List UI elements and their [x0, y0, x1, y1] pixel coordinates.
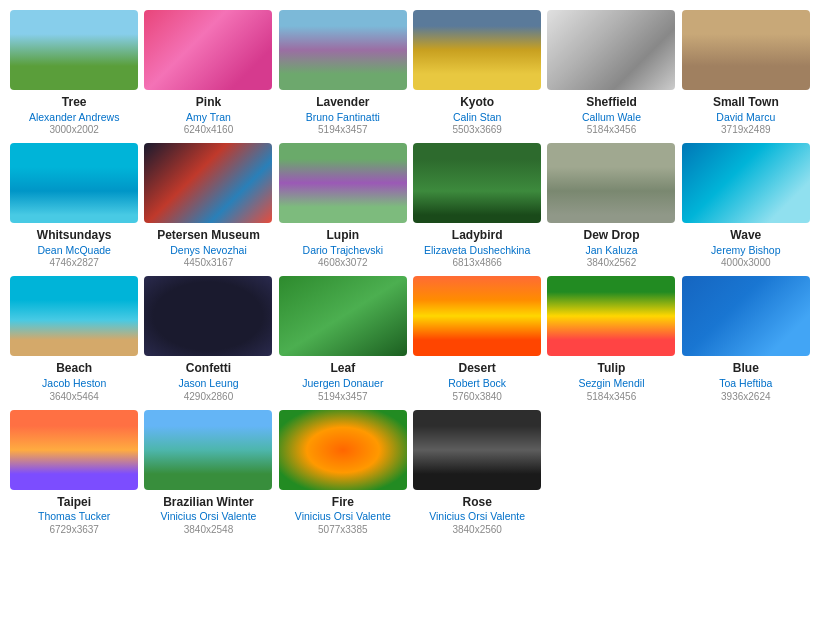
size-kyoto: 5503x3669: [452, 124, 502, 135]
author-tulip[interactable]: Sezgin Mendil: [579, 377, 645, 391]
title-confetti: Confetti: [186, 361, 231, 377]
title-sheffield: Sheffield: [586, 95, 637, 111]
title-leaf: Leaf: [330, 361, 355, 377]
author-rose[interactable]: Vinicius Orsi Valente: [429, 510, 525, 524]
size-tree: 3000x2002: [49, 124, 99, 135]
grid-item-leaf[interactable]: Leaf Juergen Donauer 5194x3457: [279, 276, 407, 401]
size-wave: 4000x3000: [721, 257, 771, 268]
thumbnail-ladybird: [413, 143, 541, 223]
size-blue: 3936x2624: [721, 391, 771, 402]
size-beach: 3640x5464: [49, 391, 99, 402]
size-confetti: 4290x2860: [184, 391, 234, 402]
thumbnail-rose: [413, 410, 541, 490]
size-petersenmuseum: 4450x3167: [184, 257, 234, 268]
title-taipei: Taipei: [57, 495, 91, 511]
author-taipei[interactable]: Thomas Tucker: [38, 510, 110, 524]
title-tree: Tree: [62, 95, 87, 111]
author-tree[interactable]: Alexander Andrews: [29, 111, 119, 125]
thumbnail-lupin: [279, 143, 407, 223]
title-tulip: Tulip: [598, 361, 626, 377]
thumbnail-pink: [144, 10, 272, 90]
size-ladybird: 6813x4866: [452, 257, 502, 268]
grid-item-beach[interactable]: Beach Jacob Heston 3640x5464: [10, 276, 138, 401]
title-desert: Desert: [458, 361, 495, 377]
author-lavender[interactable]: Bruno Fantinatti: [306, 111, 380, 125]
grid-item-kyoto[interactable]: Kyoto Calin Stan 5503x3669: [413, 10, 541, 135]
thumbnail-tulip: [547, 276, 675, 356]
size-sheffield: 5184x3456: [587, 124, 637, 135]
author-lupin[interactable]: Dario Trajchevski: [303, 244, 384, 258]
grid-item-desert[interactable]: Desert Robert Bock 5760x3840: [413, 276, 541, 401]
size-taipei: 6729x3637: [49, 524, 99, 535]
grid-item-petersenmuseum[interactable]: Petersen Museum Denys Nevozhai 4450x3167: [144, 143, 272, 268]
grid-item-fire[interactable]: Fire Vinicius Orsi Valente 5077x3385: [279, 410, 407, 535]
author-smalltown[interactable]: David Marcu: [716, 111, 775, 125]
size-pink: 6240x4160: [184, 124, 234, 135]
grid-item-wave[interactable]: Wave Jeremy Bishop 4000x3000: [682, 143, 810, 268]
author-ladybird[interactable]: Elizaveta Dushechkina: [424, 244, 530, 258]
title-lavender: Lavender: [316, 95, 369, 111]
author-brazilianwinter[interactable]: Vinicius Orsi Valente: [161, 510, 257, 524]
thumbnail-taipei: [10, 410, 138, 490]
grid-item-sheffield[interactable]: Sheffield Callum Wale 5184x3456: [547, 10, 675, 135]
author-wave[interactable]: Jeremy Bishop: [711, 244, 780, 258]
grid-item-whitsundays[interactable]: Whitsundays Dean McQuade 4746x2827: [10, 143, 138, 268]
grid-item-tulip[interactable]: Tulip Sezgin Mendil 5184x3456: [547, 276, 675, 401]
grid-item-ladybird[interactable]: Ladybird Elizaveta Dushechkina 6813x4866: [413, 143, 541, 268]
author-confetti[interactable]: Jason Leung: [178, 377, 238, 391]
grid-item-taipei[interactable]: Taipei Thomas Tucker 6729x3637: [10, 410, 138, 535]
author-whitsundays[interactable]: Dean McQuade: [37, 244, 111, 258]
size-rose: 3840x2560: [452, 524, 502, 535]
author-petersenmuseum[interactable]: Denys Nevozhai: [170, 244, 246, 258]
author-kyoto[interactable]: Calin Stan: [453, 111, 501, 125]
thumbnail-blue: [682, 276, 810, 356]
title-petersenmuseum: Petersen Museum: [157, 228, 260, 244]
size-lavender: 5194x3457: [318, 124, 368, 135]
grid-item-smalltown[interactable]: Small Town David Marcu 3719x2489: [682, 10, 810, 135]
thumbnail-fire: [279, 410, 407, 490]
size-brazilianwinter: 3840x2548: [184, 524, 234, 535]
title-wave: Wave: [730, 228, 761, 244]
author-leaf[interactable]: Juergen Donauer: [302, 377, 383, 391]
title-brazilianwinter: Brazilian Winter: [163, 495, 254, 511]
thumbnail-petersenmuseum: [144, 143, 272, 223]
author-dewdrop[interactable]: Jan Kaluza: [586, 244, 638, 258]
title-fire: Fire: [332, 495, 354, 511]
thumbnail-lavender: [279, 10, 407, 90]
size-dewdrop: 3840x2562: [587, 257, 637, 268]
grid-item-brazilianwinter[interactable]: Brazilian Winter Vinicius Orsi Valente 3…: [144, 410, 272, 535]
size-tulip: 5184x3456: [587, 391, 637, 402]
size-lupin: 4608x3072: [318, 257, 368, 268]
author-pink[interactable]: Amy Tran: [186, 111, 231, 125]
grid-item-tree[interactable]: Tree Alexander Andrews 3000x2002: [10, 10, 138, 135]
size-whitsundays: 4746x2827: [49, 257, 99, 268]
thumbnail-confetti: [144, 276, 272, 356]
grid-item-blue[interactable]: Blue Toa Heftiba 3936x2624: [682, 276, 810, 401]
title-rose: Rose: [462, 495, 491, 511]
grid-item-confetti[interactable]: Confetti Jason Leung 4290x2860: [144, 276, 272, 401]
thumbnail-sheffield: [547, 10, 675, 90]
grid-item-lupin[interactable]: Lupin Dario Trajchevski 4608x3072: [279, 143, 407, 268]
title-dewdrop: Dew Drop: [583, 228, 639, 244]
thumbnail-wave: [682, 143, 810, 223]
size-fire: 5077x3385: [318, 524, 368, 535]
thumbnail-leaf: [279, 276, 407, 356]
title-blue: Blue: [733, 361, 759, 377]
thumbnail-beach: [10, 276, 138, 356]
thumbnail-desert: [413, 276, 541, 356]
grid-item-lavender[interactable]: Lavender Bruno Fantinatti 5194x3457: [279, 10, 407, 135]
author-blue[interactable]: Toa Heftiba: [719, 377, 772, 391]
thumbnail-brazilianwinter: [144, 410, 272, 490]
author-desert[interactable]: Robert Bock: [448, 377, 506, 391]
author-sheffield[interactable]: Callum Wale: [582, 111, 641, 125]
title-smalltown: Small Town: [713, 95, 779, 111]
grid-item-rose[interactable]: Rose Vinicius Orsi Valente 3840x2560: [413, 410, 541, 535]
grid-item-dewdrop[interactable]: Dew Drop Jan Kaluza 3840x2562: [547, 143, 675, 268]
author-beach[interactable]: Jacob Heston: [42, 377, 106, 391]
thumbnail-kyoto: [413, 10, 541, 90]
grid-item-pink[interactable]: Pink Amy Tran 6240x4160: [144, 10, 272, 135]
size-smalltown: 3719x2489: [721, 124, 771, 135]
title-kyoto: Kyoto: [460, 95, 494, 111]
title-ladybird: Ladybird: [452, 228, 503, 244]
author-fire[interactable]: Vinicius Orsi Valente: [295, 510, 391, 524]
